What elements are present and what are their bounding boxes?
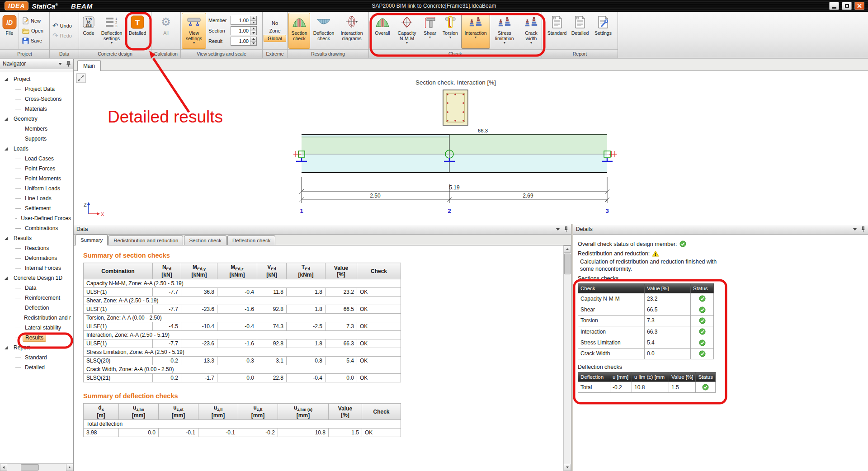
crack-width-button[interactable]: Crack width <box>519 13 543 49</box>
expander-icon[interactable] <box>5 118 8 121</box>
save-button[interactable]: Save <box>20 36 45 45</box>
sidebar-item-concrete-design-1d[interactable]: Concrete Design 1D <box>0 273 73 283</box>
chevron-down-icon[interactable] <box>58 63 62 65</box>
expander-icon[interactable] <box>5 78 8 81</box>
expander-icon[interactable] <box>5 147 8 151</box>
sidebar-item-loads[interactable]: Loads <box>0 144 73 154</box>
sidebar-item-point-moments[interactable]: Point Moments <box>0 174 73 184</box>
interaction-diagrams-button[interactable]: Interaction diagrams <box>337 13 366 49</box>
undo-button[interactable]: ↶Undo <box>51 21 74 30</box>
new-button[interactable]: New <box>20 16 45 25</box>
tab-section-check[interactable]: Section check <box>184 236 226 245</box>
expander-icon[interactable] <box>5 346 8 349</box>
expander-icon[interactable] <box>5 277 8 280</box>
member-scale-down[interactable] <box>250 20 256 25</box>
sidebar-item-combinations[interactable]: Combinations <box>0 223 73 233</box>
overall-check-button[interactable]: Overall <box>372 13 393 49</box>
sidebar-item-results[interactable]: Results <box>0 233 73 243</box>
section-check-button[interactable]: Section check <box>288 13 310 49</box>
result-scale-down[interactable] <box>250 41 256 46</box>
vscroll-thumb[interactable] <box>564 254 571 274</box>
chevron-down-icon[interactable] <box>556 228 560 231</box>
sidebar-item-point-forces[interactable]: Point Forces <box>0 164 73 174</box>
navigator-header[interactable]: Navigator <box>0 59 73 69</box>
result-scale-up[interactable] <box>250 37 256 41</box>
sidebar-item-results[interactable]: Results <box>0 333 73 343</box>
sidebar-item-standard[interactable]: Standard <box>0 353 73 363</box>
report-settings-button[interactable]: Settings <box>592 13 614 49</box>
scroll-right-button[interactable] <box>66 464 73 471</box>
details-panel-header[interactable]: Details <box>573 224 868 235</box>
sidebar-item-deflection[interactable]: Deflection <box>0 303 73 313</box>
sidebar-item-load-cases[interactable]: Load Cases <box>0 154 73 164</box>
extreme-zone-button[interactable]: Zone <box>265 27 284 34</box>
calculate-all-button[interactable]: ⚙ All <box>157 13 175 49</box>
pin-icon[interactable] <box>564 226 568 232</box>
file-button[interactable]: ID File <box>1 13 18 49</box>
sidebar-item-deformations[interactable]: Deformations <box>0 253 73 263</box>
redo-button[interactable]: ↷Redo <box>51 31 74 40</box>
sidebar-item-internal-forces[interactable]: Internal Forces <box>0 263 73 273</box>
sidebar-item-redistribution-and-r[interactable]: Redistribution and r <box>0 313 73 323</box>
tab-deflection-check[interactable]: Deflection check <box>227 236 275 245</box>
tab-main[interactable]: Main <box>77 60 101 71</box>
open-button[interactable]: Open <box>20 26 45 35</box>
maximize-button[interactable] <box>842 2 852 10</box>
scroll-left-button[interactable] <box>0 464 7 471</box>
data-vscrollbar[interactable] <box>563 245 571 471</box>
detailed-button[interactable]: T Detailed <box>126 13 149 49</box>
deflection-settings-button[interactable]: 123 Deflection settings <box>98 13 126 49</box>
sidebar-item-project-data[interactable]: Project Data <box>0 84 73 94</box>
expander-icon[interactable] <box>5 237 8 240</box>
sidebar-item-project[interactable]: Project <box>0 74 73 84</box>
sidebar-item-report[interactable]: Report <box>0 343 73 353</box>
sidebar-item-supports[interactable]: Supports <box>0 134 73 144</box>
sidebar-item-line-loads[interactable]: Line Loads <box>0 193 73 203</box>
sidebar-item-reinforcement[interactable]: Reinforcement <box>0 293 73 303</box>
capacity-nmm-button[interactable]: Capacity N-M-M <box>394 13 420 49</box>
shear-check-button[interactable]: Shear <box>420 13 439 49</box>
sidebar-item-cross-sections[interactable]: Cross-Sections <box>0 94 73 104</box>
extreme-global-button[interactable]: Global <box>264 35 286 42</box>
report-standard-button[interactable]: Standard <box>546 13 568 49</box>
sidebar-item-settlement[interactable]: Settlement <box>0 203 73 213</box>
sidebar-item-uniform-loads[interactable]: Uniform Loads <box>0 184 73 193</box>
report-detailed-button[interactable]: Detailed <box>569 13 591 49</box>
stress-limitation-button[interactable]: Stress limitation <box>491 13 519 49</box>
scroll-down-button[interactable] <box>564 464 571 471</box>
expand-view-button[interactable] <box>76 74 85 83</box>
tab-redistribution-and-reduction[interactable]: Redistribution and reduction <box>108 236 183 245</box>
torsion-check-button[interactable]: Torsion <box>440 13 461 49</box>
sidebar-item-user-defined-forces[interactable]: User-Defined Forces <box>0 213 73 223</box>
member-scale-input[interactable] <box>231 16 257 25</box>
data-tabstrip: SummaryRedistribution and reductionSecti… <box>74 235 571 245</box>
navigator-hscrollbar[interactable] <box>0 463 73 471</box>
extreme-no-button[interactable]: No <box>268 19 282 27</box>
result-scale-input[interactable] <box>231 37 257 46</box>
deflection-check-button[interactable]: Deflection check <box>311 13 337 49</box>
sidebar-item-materials[interactable]: Materials <box>0 104 73 114</box>
sidebar-item-data[interactable]: Data <box>0 283 73 293</box>
section-scale-up[interactable] <box>250 27 256 31</box>
sidebar-item-lateral-stability[interactable]: Lateral stability <box>0 323 73 333</box>
main-canvas[interactable]: Section check. Interaction [%] 66.3 <box>74 71 868 224</box>
view-settings-button[interactable]: View settings <box>182 13 206 49</box>
sidebar-item-detailed[interactable]: Detailed <box>0 363 73 372</box>
pin-icon[interactable] <box>861 226 865 232</box>
minimize-button[interactable] <box>829 2 839 10</box>
section-scale-input[interactable] <box>231 26 257 35</box>
close-button[interactable] <box>854 2 864 10</box>
section-scale-down[interactable] <box>250 31 256 35</box>
member-scale-up[interactable] <box>250 16 256 20</box>
pin-icon[interactable] <box>66 61 71 67</box>
sidebar-item-members[interactable]: Members <box>0 124 73 134</box>
hscroll-thumb[interactable] <box>21 464 39 471</box>
data-panel-header[interactable]: Data <box>74 224 571 235</box>
sidebar-item-geometry[interactable]: Geometry <box>0 114 73 124</box>
chevron-down-icon[interactable] <box>853 228 857 231</box>
tab-summary[interactable]: Summary <box>75 235 108 245</box>
interaction-check-button[interactable]: Interaction <box>461 13 490 49</box>
code-button[interactable]: 1,159025.8 Code <box>80 13 97 49</box>
scroll-up-button[interactable] <box>564 245 571 253</box>
sidebar-item-reactions[interactable]: Reactions <box>0 243 73 253</box>
